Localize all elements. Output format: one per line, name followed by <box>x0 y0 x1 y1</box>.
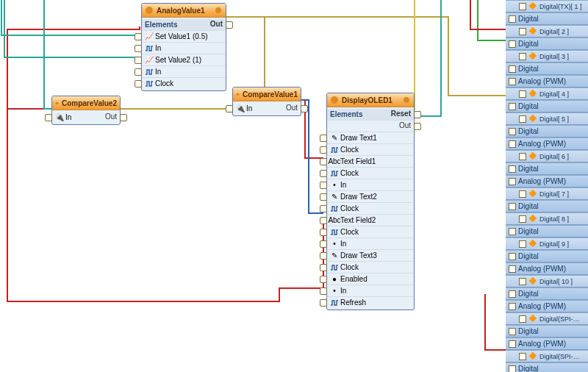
in-pin[interactable] <box>320 264 327 271</box>
in-pin[interactable] <box>320 229 327 236</box>
row-io[interactable]: 🔌 In Out <box>52 112 120 123</box>
arduino-pin[interactable]: 🔶Digital(SPI-MOSI)[ 1 <box>506 312 588 325</box>
in-pin[interactable] <box>320 205 327 212</box>
node-title[interactable]: CompareValue1 <box>233 87 301 101</box>
row-in2[interactable]: In <box>142 65 226 77</box>
in-pin[interactable] <box>320 276 327 283</box>
port-pin[interactable] <box>509 203 516 210</box>
out-pin[interactable] <box>301 105 308 112</box>
arduino-group[interactable]: Digital <box>506 125 588 137</box>
port-pin[interactable] <box>509 78 516 85</box>
port-pin[interactable] <box>509 40 516 48</box>
port-pin[interactable] <box>509 253 516 260</box>
reset-pin[interactable] <box>414 111 421 118</box>
row-in[interactable]: •In <box>327 285 414 296</box>
row-in[interactable]: •In <box>327 237 414 249</box>
port-pin[interactable] <box>519 3 526 10</box>
node-title[interactable]: AnalogValue1 <box>142 4 226 18</box>
arduino-group[interactable]: Analog (PWM) <box>506 175 588 187</box>
row-clock[interactable]: Clock <box>327 167 414 179</box>
node-title[interactable]: CompareValue2 <box>52 96 120 110</box>
in-pin[interactable] <box>135 45 142 52</box>
in-pin[interactable] <box>320 182 327 189</box>
row-text-field1[interactable]: AbcText Field1 <box>327 155 414 167</box>
port-pin[interactable] <box>519 240 526 248</box>
port-pin[interactable] <box>519 190 526 198</box>
in-pin[interactable] <box>135 33 142 40</box>
node-displayoled1[interactable]: DisplayOLED1 ElementsResetOut✎Draw Text1… <box>326 93 415 310</box>
out-pin[interactable] <box>226 21 233 29</box>
row-draw-text3[interactable]: ✎Draw Text3 <box>327 249 414 261</box>
port-pin[interactable] <box>509 128 516 135</box>
out-pin[interactable] <box>414 123 421 130</box>
row-clock[interactable]: Clock <box>142 77 226 89</box>
arduino-pin[interactable]: 🔶Digital[ 9 ] <box>506 237 588 250</box>
arduino-pin[interactable]: 🔶Digital[ 8 ] <box>506 212 588 225</box>
arduino-pin[interactable]: 🔶Digital[ 7 ] <box>506 187 588 200</box>
in-pin[interactable] <box>320 287 327 295</box>
in-pin[interactable] <box>320 135 327 142</box>
row-in1[interactable]: In <box>142 42 226 54</box>
row-clock[interactable]: Clock <box>327 261 414 273</box>
in-pin[interactable] <box>320 252 327 260</box>
arduino-group[interactable]: Analog (PWM) <box>506 75 588 87</box>
arduino-pin[interactable]: 🔶Digital[ 10 ] <box>506 275 588 287</box>
node-comparevalue2[interactable]: CompareValue2 🔌 In Out <box>51 96 121 125</box>
row-enabled[interactable]: ●Enabled <box>327 273 414 285</box>
port-pin[interactable] <box>509 365 516 373</box>
arduino-pin[interactable]: 🔶Digital[ 3 ] <box>506 50 588 62</box>
port-pin[interactable] <box>519 215 526 223</box>
arduino-group[interactable]: Digital <box>506 250 588 262</box>
row-text-field2[interactable]: AbcText Field2 <box>327 214 414 226</box>
in-pin[interactable] <box>135 57 142 64</box>
port-pin[interactable] <box>519 315 526 323</box>
arduino-group[interactable]: Analog (PWM) <box>506 137 588 150</box>
out-pin[interactable] <box>120 114 127 121</box>
settings-icon[interactable] <box>402 96 411 104</box>
arduino-pin[interactable]: 🔶Digital[ 6 ] <box>506 150 588 162</box>
port-pin[interactable] <box>519 53 526 60</box>
in-pin[interactable] <box>320 170 327 177</box>
in-pin[interactable] <box>320 240 327 248</box>
in-pin[interactable] <box>320 193 327 201</box>
arduino-group[interactable]: Digital <box>506 162 588 175</box>
port-pin[interactable] <box>509 303 516 310</box>
arduino-pin[interactable]: 🔶Digital[ 5 ] <box>506 112 588 125</box>
settings-icon[interactable] <box>214 6 223 15</box>
port-pin[interactable] <box>509 178 516 185</box>
in-pin[interactable] <box>45 114 52 121</box>
port-pin[interactable] <box>509 15 516 23</box>
port-pin[interactable] <box>509 165 516 173</box>
arduino-pin[interactable]: 🔶Digital(SPI-MISO)[ 1 <box>506 350 588 362</box>
arduino-group[interactable]: Digital <box>506 287 588 300</box>
port-pin[interactable] <box>519 353 526 360</box>
port-pin[interactable] <box>509 228 516 235</box>
arduino-group[interactable]: Analog (PWM) <box>506 337 588 350</box>
in-pin[interactable] <box>320 158 327 165</box>
row-in[interactable]: •In <box>327 179 414 190</box>
port-pin[interactable] <box>519 115 526 123</box>
arduino-group[interactable]: Digital <box>506 362 588 372</box>
node-analogvalue1[interactable]: AnalogValue1 Elements Out 📈Set Value1 (0… <box>141 3 226 91</box>
port-pin[interactable] <box>519 28 526 35</box>
row-setvalue2[interactable]: 📈Set Value2 (1) <box>142 54 226 65</box>
port-pin[interactable] <box>509 265 516 273</box>
port-pin[interactable] <box>509 328 516 335</box>
arduino-pin[interactable]: 🔶Digital[ 2 ] <box>506 25 588 37</box>
in-pin[interactable] <box>226 105 233 112</box>
arduino-group[interactable]: Digital <box>506 225 588 237</box>
in-pin[interactable] <box>135 68 142 76</box>
in-pin[interactable] <box>135 80 142 87</box>
port-pin[interactable] <box>519 278 526 285</box>
port-pin[interactable] <box>509 103 516 110</box>
arduino-group[interactable]: Digital <box>506 62 588 75</box>
in-pin[interactable] <box>320 299 327 307</box>
node-title[interactable]: DisplayOLED1 <box>327 93 414 107</box>
port-pin[interactable] <box>519 153 526 160</box>
arduino-pin[interactable]: 🔶Digital(TX)[ 1 ] <box>506 0 588 12</box>
row-clock[interactable]: Clock <box>327 143 414 155</box>
arduino-group[interactable]: Analog (PWM) <box>506 300 588 312</box>
row-draw-text2[interactable]: ✎Draw Text2 <box>327 190 414 202</box>
node-comparevalue1[interactable]: CompareValue1 🔌 In Out <box>232 87 301 116</box>
arduino-group[interactable]: Digital <box>506 12 588 25</box>
